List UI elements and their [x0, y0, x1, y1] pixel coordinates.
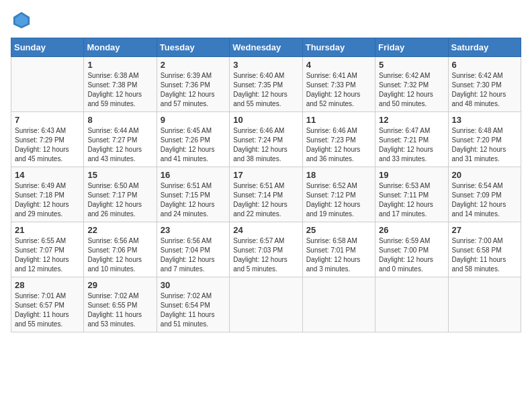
calendar-week-1: 1Sunrise: 6:38 AM Sunset: 7:38 PM Daylig… [11, 57, 521, 112]
calendar-header: SundayMondayTuesdayWednesdayThursdayFrid… [11, 38, 521, 57]
day-info: Sunrise: 6:42 AM Sunset: 7:32 PM Dayligh… [379, 71, 444, 109]
calendar-cell [230, 277, 302, 332]
calendar-cell: 20Sunrise: 6:54 AM Sunset: 7:09 PM Dayli… [448, 167, 521, 222]
day-header-saturday: Saturday [448, 38, 521, 57]
day-header-monday: Monday [84, 38, 157, 57]
calendar-cell: 7Sunrise: 6:43 AM Sunset: 7:29 PM Daylig… [11, 112, 84, 167]
day-info: Sunrise: 6:56 AM Sunset: 7:06 PM Dayligh… [87, 236, 152, 274]
day-info: Sunrise: 6:43 AM Sunset: 7:29 PM Dayligh… [15, 126, 80, 164]
day-number: 26 [379, 225, 444, 235]
day-number: 2 [161, 60, 226, 70]
day-number: 4 [306, 60, 371, 70]
calendar-cell: 22Sunrise: 6:56 AM Sunset: 7:06 PM Dayli… [84, 222, 157, 277]
day-number: 7 [15, 115, 80, 125]
day-number: 18 [306, 170, 371, 180]
calendar-cell: 24Sunrise: 6:57 AM Sunset: 7:03 PM Dayli… [230, 222, 302, 277]
day-info: Sunrise: 6:46 AM Sunset: 7:24 PM Dayligh… [233, 126, 298, 164]
day-header-wednesday: Wednesday [230, 38, 302, 57]
calendar-cell: 19Sunrise: 6:53 AM Sunset: 7:11 PM Dayli… [375, 167, 448, 222]
day-number: 14 [15, 170, 80, 180]
day-number: 16 [161, 170, 226, 180]
day-info: Sunrise: 6:49 AM Sunset: 7:18 PM Dayligh… [15, 181, 80, 219]
day-number: 28 [15, 280, 80, 290]
calendar-body: 1Sunrise: 6:38 AM Sunset: 7:38 PM Daylig… [11, 57, 521, 332]
page-header [11, 11, 521, 32]
day-info: Sunrise: 6:58 AM Sunset: 7:01 PM Dayligh… [306, 236, 371, 274]
calendar-cell: 4Sunrise: 6:41 AM Sunset: 7:33 PM Daylig… [302, 57, 375, 112]
day-info: Sunrise: 6:56 AM Sunset: 7:04 PM Dayligh… [161, 236, 226, 274]
calendar-cell: 14Sunrise: 6:49 AM Sunset: 7:18 PM Dayli… [11, 167, 84, 222]
day-info: Sunrise: 6:41 AM Sunset: 7:33 PM Dayligh… [306, 71, 371, 109]
day-number: 20 [452, 170, 517, 180]
day-header-sunday: Sunday [11, 38, 84, 57]
calendar-cell: 29Sunrise: 7:02 AM Sunset: 6:55 PM Dayli… [84, 277, 157, 332]
calendar-cell: 2Sunrise: 6:39 AM Sunset: 7:36 PM Daylig… [157, 57, 229, 112]
calendar-week-3: 14Sunrise: 6:49 AM Sunset: 7:18 PM Dayli… [11, 167, 521, 222]
day-info: Sunrise: 7:00 AM Sunset: 6:58 PM Dayligh… [452, 236, 517, 274]
day-info: Sunrise: 6:40 AM Sunset: 7:35 PM Dayligh… [233, 71, 298, 109]
day-info: Sunrise: 6:38 AM Sunset: 7:38 PM Dayligh… [87, 71, 152, 109]
day-info: Sunrise: 7:01 AM Sunset: 6:57 PM Dayligh… [15, 291, 80, 329]
day-number: 6 [452, 60, 517, 70]
calendar-cell: 21Sunrise: 6:55 AM Sunset: 7:07 PM Dayli… [11, 222, 84, 277]
day-number: 15 [87, 170, 152, 180]
day-number: 21 [15, 225, 80, 235]
day-info: Sunrise: 6:51 AM Sunset: 7:15 PM Dayligh… [161, 181, 226, 219]
day-number: 29 [87, 280, 152, 290]
day-info: Sunrise: 6:59 AM Sunset: 7:00 PM Dayligh… [379, 236, 444, 274]
calendar-cell: 13Sunrise: 6:48 AM Sunset: 7:20 PM Dayli… [448, 112, 521, 167]
calendar-cell: 17Sunrise: 6:51 AM Sunset: 7:14 PM Dayli… [230, 167, 302, 222]
day-number: 3 [233, 60, 298, 70]
calendar-cell: 1Sunrise: 6:38 AM Sunset: 7:38 PM Daylig… [84, 57, 157, 112]
logo-icon [12, 11, 31, 30]
calendar-week-4: 21Sunrise: 6:55 AM Sunset: 7:07 PM Dayli… [11, 222, 521, 277]
calendar-week-5: 28Sunrise: 7:01 AM Sunset: 6:57 PM Dayli… [11, 277, 521, 332]
day-number: 30 [161, 280, 226, 290]
calendar-cell: 12Sunrise: 6:47 AM Sunset: 7:21 PM Dayli… [375, 112, 448, 167]
day-info: Sunrise: 6:48 AM Sunset: 7:20 PM Dayligh… [452, 126, 517, 164]
day-number: 23 [161, 225, 226, 235]
day-info: Sunrise: 6:47 AM Sunset: 7:21 PM Dayligh… [379, 126, 444, 164]
day-info: Sunrise: 6:39 AM Sunset: 7:36 PM Dayligh… [161, 71, 226, 109]
day-info: Sunrise: 6:57 AM Sunset: 7:03 PM Dayligh… [233, 236, 298, 274]
day-info: Sunrise: 6:46 AM Sunset: 7:23 PM Dayligh… [306, 126, 371, 164]
calendar-cell: 27Sunrise: 7:00 AM Sunset: 6:58 PM Dayli… [448, 222, 521, 277]
calendar-cell: 16Sunrise: 6:51 AM Sunset: 7:15 PM Dayli… [157, 167, 229, 222]
day-info: Sunrise: 6:55 AM Sunset: 7:07 PM Dayligh… [15, 236, 80, 274]
day-number: 5 [379, 60, 444, 70]
day-number: 22 [87, 225, 152, 235]
day-info: Sunrise: 6:51 AM Sunset: 7:14 PM Dayligh… [233, 181, 298, 219]
day-info: Sunrise: 6:50 AM Sunset: 7:17 PM Dayligh… [87, 181, 152, 219]
day-info: Sunrise: 7:02 AM Sunset: 6:55 PM Dayligh… [87, 291, 152, 329]
day-number: 12 [379, 115, 444, 125]
calendar-cell: 23Sunrise: 6:56 AM Sunset: 7:04 PM Dayli… [157, 222, 229, 277]
day-number: 27 [452, 225, 517, 235]
calendar-cell [448, 277, 521, 332]
day-header-thursday: Thursday [302, 38, 375, 57]
day-number: 11 [306, 115, 371, 125]
day-number: 13 [452, 115, 517, 125]
day-number: 24 [233, 225, 298, 235]
day-info: Sunrise: 6:45 AM Sunset: 7:26 PM Dayligh… [161, 126, 226, 164]
day-number: 17 [233, 170, 298, 180]
day-info: Sunrise: 6:54 AM Sunset: 7:09 PM Dayligh… [452, 181, 517, 219]
day-number: 25 [306, 225, 371, 235]
calendar-week-2: 7Sunrise: 6:43 AM Sunset: 7:29 PM Daylig… [11, 112, 521, 167]
day-info: Sunrise: 6:52 AM Sunset: 7:12 PM Dayligh… [306, 181, 371, 219]
day-number: 10 [233, 115, 298, 125]
day-info: Sunrise: 6:53 AM Sunset: 7:11 PM Dayligh… [379, 181, 444, 219]
calendar-cell: 8Sunrise: 6:44 AM Sunset: 7:27 PM Daylig… [84, 112, 157, 167]
day-number: 1 [87, 60, 152, 70]
calendar-cell [11, 57, 84, 112]
day-info: Sunrise: 6:42 AM Sunset: 7:30 PM Dayligh… [452, 71, 517, 109]
calendar-cell: 6Sunrise: 6:42 AM Sunset: 7:30 PM Daylig… [448, 57, 521, 112]
day-header-tuesday: Tuesday [157, 38, 229, 57]
calendar-cell: 30Sunrise: 7:02 AM Sunset: 6:54 PM Dayli… [157, 277, 229, 332]
calendar-table: SundayMondayTuesdayWednesdayThursdayFrid… [11, 38, 521, 332]
day-info: Sunrise: 6:44 AM Sunset: 7:27 PM Dayligh… [87, 126, 152, 164]
day-number: 19 [379, 170, 444, 180]
calendar-cell: 9Sunrise: 6:45 AM Sunset: 7:26 PM Daylig… [157, 112, 229, 167]
day-number: 8 [87, 115, 152, 125]
calendar-cell [302, 277, 375, 332]
calendar-cell: 5Sunrise: 6:42 AM Sunset: 7:32 PM Daylig… [375, 57, 448, 112]
